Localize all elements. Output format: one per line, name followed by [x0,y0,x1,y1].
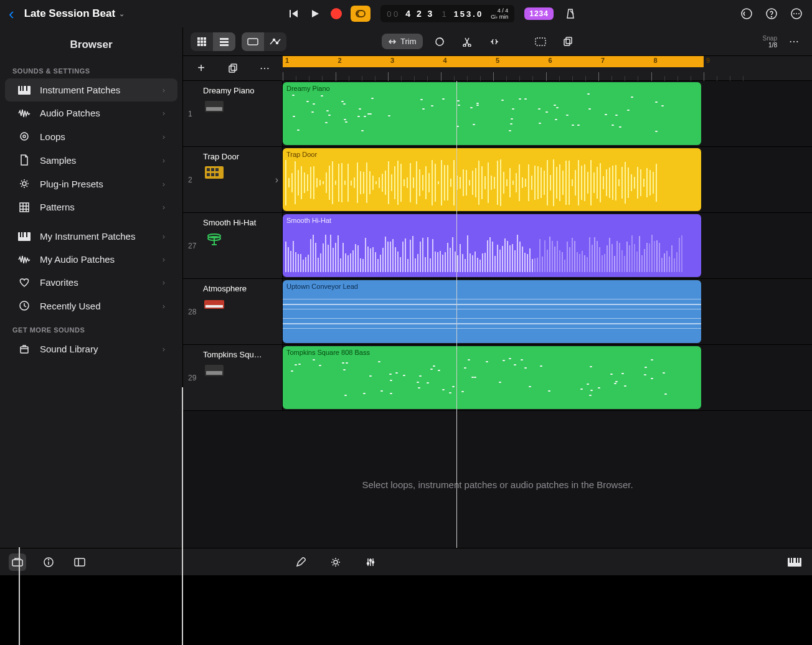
svg-rect-23 [22,232,24,237]
track-lane[interactable]: Smooth Hi-Hat [283,213,812,278]
track-header[interactable]: 2Trap Door› [183,147,283,212]
trim-tool-button[interactable]: Trim [382,34,423,49]
grid-view-button[interactable] [191,32,213,51]
clock-icon [17,300,31,311]
project-title-dropdown[interactable]: Late Session Beat ⌄ [24,7,125,20]
cycle-button[interactable] [351,6,371,22]
loop-icon [17,131,31,142]
svg-rect-12 [26,86,27,91]
track-lane[interactable]: Tompkins Square 808 Bass [283,345,812,410]
sidebar-item-audio-patches[interactable]: Audio Patches› [5,101,177,125]
svg-point-7 [796,13,797,14]
ruler-bar-number: 7 [601,57,605,64]
svg-rect-39 [248,39,258,45]
track-name: Atmosphere [203,284,247,293]
ruler-bar-number: 9 [706,57,710,64]
duplicate-track-button[interactable] [222,59,243,78]
info-button[interactable] [40,553,57,571]
sidebar-item-favorites[interactable]: Favorites› [5,271,177,294]
track-lane[interactable]: Uptown Conveyor Lead [283,279,812,344]
empty-hint: Select loops, instrument patches or audi… [183,436,812,620]
help-button[interactable] [765,7,778,21]
copy-tool-button[interactable] [557,32,578,51]
svg-rect-10 [20,86,21,91]
toolbar-more-button[interactable]: ⋯ [783,32,805,51]
sidebar-item-plug-in-presets[interactable]: Plug-in Presets› [5,172,177,195]
sidebar-item-my-audio-patches[interactable]: My Audio Patches› [5,248,177,271]
go-to-start-button[interactable] [287,7,301,21]
transport-controls [287,6,371,22]
chevron-right-icon: › [163,232,165,241]
region[interactable]: Tompkins Square 808 Bass [283,346,701,409]
lcd-sig-bot: G♭ min [491,14,508,20]
svg-rect-48 [229,66,235,72]
svg-rect-36 [220,38,229,40]
sidebar-item-instrument-patches[interactable]: Instrument Patches› [5,78,177,101]
svg-point-8 [798,13,800,14]
chevron-right-icon: › [163,132,165,141]
undo-button[interactable] [740,7,753,21]
region-label: Tompkins Square 808 Bass [286,349,697,356]
svg-rect-55 [215,168,219,171]
trackhead-more-button[interactable]: ⋯ [254,59,275,78]
svg-point-4 [771,17,772,17]
record-button[interactable] [329,7,343,21]
lcd-display[interactable]: 0 0 4 2 3 1 153.0 4 / 4 G♭ min [380,5,514,22]
region-view-button[interactable] [242,32,264,51]
loop-tool-button[interactable] [429,32,450,51]
track-row: 28AtmosphereUptown Conveyor Lead [183,279,812,345]
track-lane[interactable]: Trap Door [283,147,812,212]
track-instrument-icon [203,231,225,246]
playhead[interactable] [456,81,457,548]
region[interactable]: Dreamy Piano [283,82,701,145]
svg-rect-47 [566,37,572,44]
sidebar-item-loops[interactable]: Loops› [5,125,177,148]
sidebar-item-samples[interactable]: Samples› [5,148,177,172]
lcd-sig-top: 4 / 4 [491,7,508,14]
sidebar-item-sound-library[interactable]: Sound Library› [5,337,177,360]
ruler-bar-number: 6 [549,57,552,64]
snap-value: 1/8 [763,42,777,49]
track-header[interactable]: 28Atmosphere [183,279,283,344]
library-button[interactable] [9,553,26,571]
region[interactable]: Trap Door [283,148,701,211]
track-row: 27Smooth Hi-HatSmooth Hi-Hat [183,213,812,279]
add-track-button[interactable]: + [191,59,212,78]
play-button[interactable] [308,7,322,21]
view-mode-segment [191,32,235,51]
back-button[interactable]: ‹ [9,4,14,24]
svg-rect-56 [207,173,210,176]
svg-rect-31 [201,40,203,43]
sidebar-item-my-instrument-patches[interactable]: My Instrument Patches› [5,225,177,248]
timeline-ruler[interactable]: 123456789 [283,56,812,80]
ruler-bar-number: 5 [496,57,499,64]
snap-display[interactable]: Snap 1/8 [763,35,777,49]
track-header[interactable]: 27Smooth Hi-Hat [183,213,283,278]
svg-rect-51 [206,107,222,111]
track-lane[interactable]: Dreamy Piano [283,81,812,146]
region[interactable]: Smooth Hi-Hat [283,214,701,277]
split-tool-button[interactable] [456,32,478,51]
move-tool-button[interactable] [484,32,505,51]
sidebar-item-label: Audio Patches [40,108,100,118]
tracks-view-button[interactable] [213,32,235,51]
panel-button[interactable] [71,553,88,571]
svg-rect-66 [206,371,222,375]
metronome-button[interactable] [564,7,577,21]
chevron-right-icon[interactable]: › [275,174,278,186]
link-button[interactable]: 1234 [524,7,554,20]
more-button[interactable] [790,7,803,21]
topbar-right-icons [740,7,803,21]
track-header[interactable]: 1Dreamy Piano [183,81,283,146]
marquee-tool-button[interactable] [530,32,551,51]
sidebar-item-patterns[interactable]: Patterns› [5,195,177,219]
svg-point-14 [23,135,26,138]
track-instrument-icon [203,363,225,378]
automation-view-button[interactable] [264,32,286,51]
chevron-down-icon: ⌄ [119,10,125,18]
file-icon [17,154,31,166]
region[interactable]: Uptown Conveyor Lead [283,280,701,343]
sidebar-item-recently-used[interactable]: Recently Used› [5,294,177,318]
sidebar-item-label: My Audio Patches [40,254,115,265]
track-header[interactable]: 29Tompkins Squ… [183,345,283,410]
